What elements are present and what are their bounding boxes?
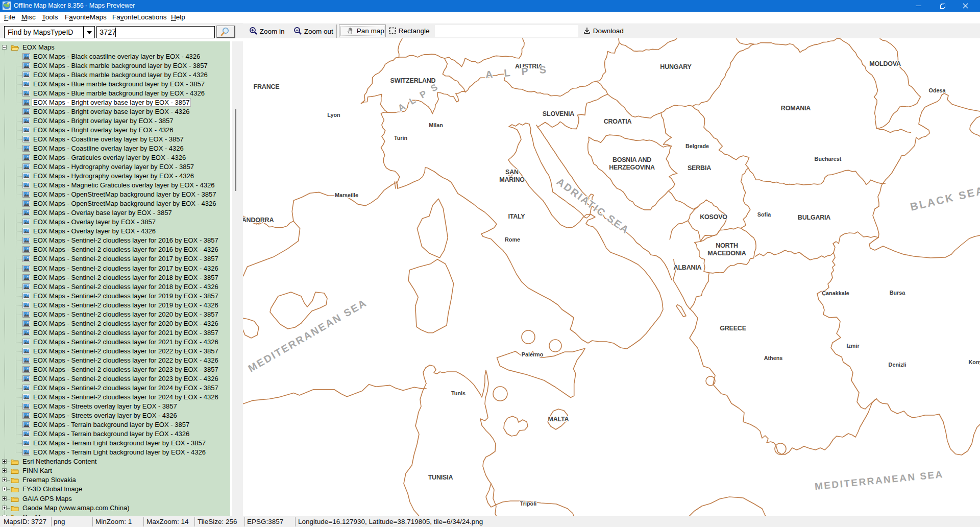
svg-text:Çanakkale: Çanakkale	[822, 290, 849, 296]
svg-text:MALTA: MALTA	[548, 416, 569, 423]
svg-text:Lyon: Lyon	[327, 112, 340, 118]
svg-text:KOSOVO: KOSOVO	[700, 213, 727, 221]
svg-text:Bursa: Bursa	[890, 290, 906, 296]
svg-text:GREECE: GREECE	[720, 325, 746, 332]
svg-text:MACEDONIA: MACEDONIA	[707, 250, 746, 257]
svg-text:Turin: Turin	[394, 135, 407, 141]
svg-text:HERZEGOVINA: HERZEGOVINA	[609, 164, 655, 171]
svg-text:Izmir: Izmir	[846, 343, 860, 349]
svg-text:Tunis: Tunis	[451, 390, 465, 396]
svg-text:SERBIA: SERBIA	[688, 164, 711, 172]
svg-text:SWITZERLAND: SWITZERLAND	[390, 77, 436, 84]
svg-text:ALBANIA: ALBANIA	[674, 264, 702, 271]
svg-text:ALPS: ALPS	[485, 63, 558, 80]
svg-text:Milan: Milan	[429, 122, 443, 128]
svg-text:Konya: Konya	[969, 359, 980, 365]
svg-text:Sofia: Sofia	[757, 211, 771, 218]
svg-text:Marseille: Marseille	[335, 192, 358, 198]
svg-text:Belgrade: Belgrade	[685, 143, 709, 149]
svg-text:HUNGARY: HUNGARY	[660, 63, 692, 70]
svg-text:ITALY: ITALY	[508, 213, 525, 220]
svg-text:MOLDOVA: MOLDOVA	[869, 60, 901, 67]
svg-text:ANDORRA: ANDORRA	[243, 217, 274, 224]
svg-text:SLOVENIA: SLOVENIA	[543, 110, 574, 117]
svg-text:NORTH: NORTH	[716, 242, 738, 249]
svg-text:MARINO: MARINO	[499, 176, 525, 183]
svg-text:MEDITERRANEAN SEA: MEDITERRANEAN SEA	[246, 297, 369, 374]
svg-text:BULGARIA: BULGARIA	[798, 214, 831, 221]
svg-text:Odesa: Odesa	[928, 87, 946, 93]
svg-text:Athens: Athens	[764, 355, 783, 361]
svg-text:Denizli: Denizli	[889, 362, 906, 368]
svg-text:Palermo: Palermo	[522, 351, 544, 357]
svg-text:Rome: Rome	[505, 236, 520, 243]
svg-text:SAN: SAN	[505, 169, 519, 176]
svg-text:TUNISIA: TUNISIA	[428, 474, 453, 481]
svg-text:ROMANIA: ROMANIA	[781, 105, 811, 112]
svg-text:BOSNIA AND: BOSNIA AND	[612, 156, 651, 163]
svg-text:CROATIA: CROATIA	[604, 118, 632, 125]
svg-text:MEDITERRANEAN SEA: MEDITERRANEAN SEA	[814, 469, 944, 492]
svg-text:BLACK SEA: BLACK SEA	[909, 184, 980, 213]
svg-text:FRANCE: FRANCE	[254, 83, 280, 90]
svg-text:Tripoli: Tripoli	[520, 500, 536, 507]
svg-text:Bucharest: Bucharest	[815, 156, 842, 162]
